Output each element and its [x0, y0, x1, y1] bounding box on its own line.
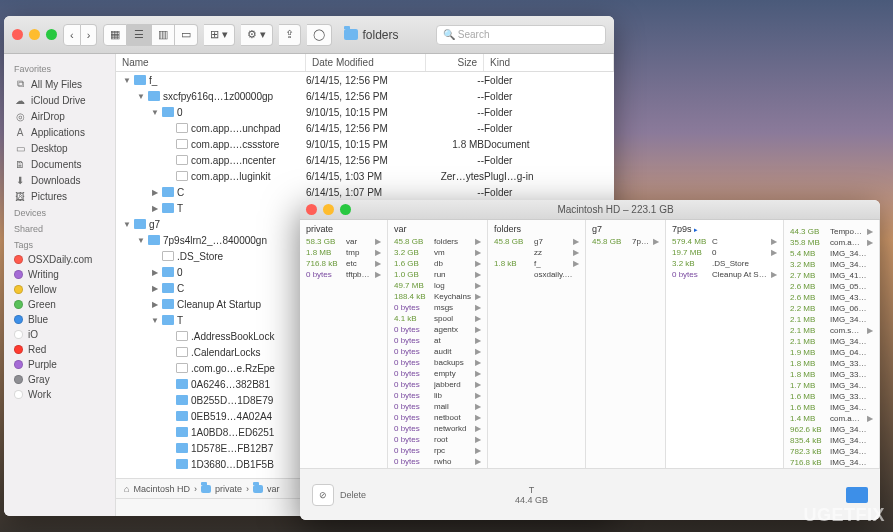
disk-row[interactable]: 1.8 MBIMG_3393.PNG [784, 358, 879, 369]
col-kind[interactable]: Kind [484, 54, 614, 71]
sidebar-item[interactable]: ▭Desktop [4, 140, 115, 156]
disk-row[interactable]: 1.8 MBtmp▶ [300, 247, 387, 258]
disk-row[interactable]: 0 bytesjabberd▶ [388, 379, 487, 390]
disk-row[interactable]: 0 bytesCleanup At Startu▶ [666, 269, 783, 280]
disclosure-icon[interactable]: ▼ [123, 220, 131, 229]
sidebar-item[interactable]: ◎AirDrop [4, 108, 115, 124]
disk-row[interactable]: 2.6 MBIMG_4310.jpeg [784, 292, 879, 303]
arrange-button[interactable]: ⊞ ▾ [204, 24, 235, 46]
disk-row[interactable]: 1.6 MBIMG_3442.JPG [784, 402, 879, 413]
disk-row[interactable]: 1.7 MBIMG_3465.PNG [784, 380, 879, 391]
disk-row[interactable]: 782.3 kBIMG_3404.PNG [784, 446, 879, 457]
sidebar-tag[interactable]: OSXDaily.com [4, 252, 115, 267]
disk-row[interactable]: 45.8 GBg7▶ [488, 236, 585, 247]
view-icon-button[interactable]: ▦ [103, 24, 127, 46]
close-icon[interactable] [12, 29, 23, 40]
file-row[interactable]: ▶C6/14/15, 1:07 PM--Folder [116, 184, 614, 200]
disk-row[interactable]: 45.8 GBfolders▶ [388, 236, 487, 247]
file-row[interactable]: ▼09/10/15, 10:15 PM--Folder [116, 104, 614, 120]
disclosure-icon[interactable]: ▶ [151, 284, 159, 293]
col-size[interactable]: Size [426, 54, 484, 71]
minimize-icon[interactable] [323, 204, 334, 215]
col-name[interactable]: Name [116, 54, 306, 71]
disclosure-icon[interactable]: ▼ [151, 108, 159, 117]
disclosure-icon[interactable]: ▼ [151, 316, 159, 325]
disk-row[interactable]: 0 byteslib▶ [388, 390, 487, 401]
tags-button[interactable]: ◯ [307, 24, 332, 46]
action-button[interactable]: ⚙ ▾ [241, 24, 273, 46]
disk-row[interactable]: 1.9 MBIMG_0455.JPG [784, 347, 879, 358]
disk-row[interactable]: 0 bytesnetboot▶ [388, 412, 487, 423]
disk-row[interactable]: 1.4 MBcom.apple.Previe▶ [784, 413, 879, 424]
disk-row[interactable]: 0 bytesempty▶ [388, 368, 487, 379]
file-row[interactable]: ▼sxcfpy616q…1z00000gp6/14/15, 12:56 PM--… [116, 88, 614, 104]
disk-row[interactable]: 1.8 MBIMG_3379.JPG [784, 369, 879, 380]
disk-row[interactable]: 5.4 MBIMG_3445.MOV.m [784, 248, 879, 259]
disk-row[interactable]: 1.6 MBIMG_3353.PNG [784, 391, 879, 402]
disclosure-icon[interactable]: ▼ [123, 76, 131, 85]
disk-row[interactable]: 49.7 MBlog▶ [388, 280, 487, 291]
sidebar-tag[interactable]: Purple [4, 357, 115, 372]
sidebar-item[interactable]: ☁iCloud Drive [4, 92, 115, 108]
disk-row[interactable]: 2.1 MBIMG_3464.PNG [784, 336, 879, 347]
sidebar-tag[interactable]: Blue [4, 312, 115, 327]
sidebar-tag[interactable]: Work [4, 387, 115, 402]
disclosure-icon[interactable]: ▶ [151, 204, 159, 213]
file-row[interactable]: com.app….cssstore9/10/15, 10:15 PM1.8 MB… [116, 136, 614, 152]
sidebar-tag[interactable]: Writing [4, 267, 115, 282]
disk-row[interactable]: 0 bytesat▶ [388, 335, 487, 346]
file-row[interactable]: ▼f_6/14/15, 12:56 PM--Folder [116, 72, 614, 88]
close-icon[interactable] [306, 204, 317, 215]
disk-row[interactable]: 1.8 kBf_▶ [488, 258, 585, 269]
disk-row[interactable]: 0 bytesagentx▶ [388, 324, 487, 335]
view-list-button[interactable]: ☰ [127, 24, 151, 46]
disk-row[interactable]: 19.7 MB0▶ [666, 247, 783, 258]
disk-row[interactable]: 0 bytestftpboot▶ [300, 269, 387, 280]
disk-row[interactable]: 0 bytesroot▶ [388, 434, 487, 445]
disk-row[interactable]: 35.8 MBcom.apple.iChat▶ [784, 237, 879, 248]
disk-row[interactable]: 3.2 kB.DS_Store [666, 258, 783, 269]
disk-row[interactable]: 2.6 MBIMG_0599.PNG [784, 281, 879, 292]
disk-row[interactable]: 0 bytesnetworkd▶ [388, 423, 487, 434]
disk-row[interactable]: 2.7 MBIMG_4198.jpeg [784, 270, 879, 281]
share-button[interactable]: ⇪ [279, 24, 301, 46]
view-column-button[interactable]: ▥ [151, 24, 175, 46]
view-toggle-button[interactable] [846, 487, 868, 503]
zoom-icon[interactable] [46, 29, 57, 40]
disk-row[interactable]: 2.1 MBIMG_3468.PNG [784, 314, 879, 325]
disk-row[interactable]: 44.3 GBTemporaryItems▶ [784, 226, 879, 237]
disk-row[interactable]: 0 bytesrpc▶ [388, 445, 487, 456]
disk-row[interactable]: 2.2 MBIMG_0608.JPG [784, 303, 879, 314]
sidebar-tag[interactable]: Red [4, 342, 115, 357]
sidebar-tag[interactable]: Yellow [4, 282, 115, 297]
disk-row[interactable]: osxdaily.com [488, 269, 585, 280]
file-row[interactable]: com.app….ncenter6/14/15, 12:56 PM--Folde… [116, 152, 614, 168]
delete-button[interactable]: ⊘ [312, 484, 334, 506]
disk-row[interactable]: 0 bytesrwho▶ [388, 456, 487, 467]
sidebar-tag[interactable]: Green [4, 297, 115, 312]
file-row[interactable]: com.app…luginkit6/14/15, 1:03 PMZer…ytes… [116, 168, 614, 184]
disk-row[interactable]: 0 bytesaudit▶ [388, 346, 487, 357]
disk-row[interactable]: 2.1 MBcom.skitch.skitch▶ [784, 325, 879, 336]
disclosure-icon[interactable]: ▼ [137, 236, 145, 245]
disk-row[interactable]: 716.8 kBetc▶ [300, 258, 387, 269]
disk-row[interactable]: zz▶ [488, 247, 585, 258]
disk-row[interactable]: 835.4 kBIMG_3462.PNG [784, 435, 879, 446]
col-date[interactable]: Date Modified [306, 54, 426, 71]
disclosure-icon[interactable]: ▶ [151, 268, 159, 277]
sidebar-item[interactable]: 🖼Pictures [4, 188, 115, 204]
sidebar-item[interactable]: ⧉All My Files [4, 76, 115, 92]
sidebar-item[interactable]: ⬇Downloads [4, 172, 115, 188]
disk-row[interactable]: 3.2 MBIMG_3445.MOV.m [784, 259, 879, 270]
disk-row[interactable]: 579.4 MBC▶ [666, 236, 783, 247]
back-button[interactable]: ‹ [63, 24, 81, 46]
disclosure-icon[interactable]: ▼ [137, 92, 145, 101]
disk-row[interactable]: 4.1 kBspool▶ [388, 313, 487, 324]
forward-button[interactable]: › [81, 24, 98, 46]
sidebar-item[interactable]: 🗎Documents [4, 156, 115, 172]
disk-row[interactable]: 3.2 GBvm▶ [388, 247, 487, 258]
sidebar-tag[interactable]: iO [4, 327, 115, 342]
disk-row[interactable]: 0 bytesmail▶ [388, 401, 487, 412]
disk-row[interactable]: 188.4 kBKeychains▶ [388, 291, 487, 302]
disk-row[interactable]: 1.6 GBdb▶ [388, 258, 487, 269]
